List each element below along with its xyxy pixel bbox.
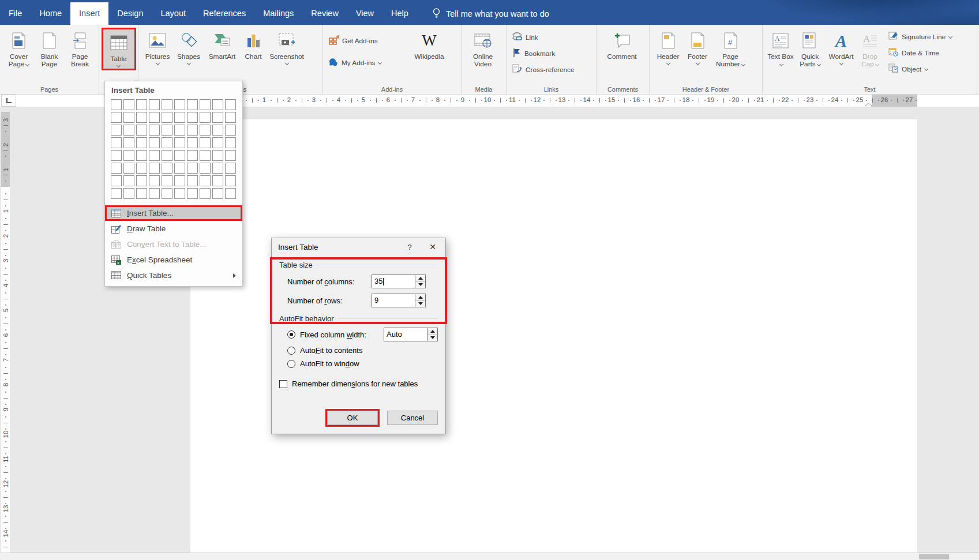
online-video-button[interactable]: Online Video bbox=[465, 27, 501, 68]
dialog-help-button[interactable]: ? bbox=[399, 243, 420, 251]
spin-down-icon[interactable] bbox=[415, 301, 425, 307]
table-grid-cell[interactable] bbox=[212, 175, 223, 186]
quick-parts-button[interactable]: Quick Parts bbox=[795, 27, 825, 68]
table-grid-cell[interactable] bbox=[136, 137, 147, 148]
table-grid-cell[interactable] bbox=[111, 188, 122, 199]
table-grid-cell[interactable] bbox=[225, 163, 236, 174]
table-grid-cell[interactable] bbox=[136, 150, 147, 161]
table-grid-cell[interactable] bbox=[162, 99, 172, 110]
table-grid-cell[interactable] bbox=[200, 150, 211, 161]
menu-item-draw-table[interactable]: Draw Table bbox=[105, 221, 242, 236]
tab-references[interactable]: References bbox=[194, 2, 254, 25]
table-button[interactable]: Table bbox=[103, 29, 134, 69]
cross-reference-button[interactable]: Cross-reference bbox=[510, 63, 577, 76]
menu-item-insert-table[interactable]: Insert Table... bbox=[105, 205, 242, 221]
table-grid-cell[interactable] bbox=[136, 175, 147, 186]
table-grid-cell[interactable] bbox=[123, 188, 134, 199]
object-button[interactable]: Object bbox=[886, 62, 954, 76]
spin-up-icon[interactable] bbox=[427, 328, 437, 335]
tab-review[interactable]: Review bbox=[302, 2, 347, 25]
wordart-button[interactable]: A WordArt bbox=[825, 27, 857, 65]
table-grid-cell[interactable] bbox=[225, 112, 236, 123]
table-grid-cell[interactable] bbox=[162, 163, 172, 174]
rows-spinner[interactable] bbox=[415, 294, 426, 307]
table-grid-cell[interactable] bbox=[200, 175, 211, 186]
table-grid-cell[interactable] bbox=[187, 175, 198, 186]
table-grid-cell[interactable] bbox=[136, 112, 147, 123]
tab-layout[interactable]: Layout bbox=[152, 2, 194, 25]
spin-up-icon[interactable] bbox=[415, 294, 425, 301]
tab-file[interactable]: File bbox=[0, 2, 31, 25]
tab-design[interactable]: Design bbox=[108, 2, 152, 25]
get-addins-button[interactable]: Get Add-ins bbox=[327, 34, 408, 47]
table-grid-cell[interactable] bbox=[212, 188, 223, 199]
table-grid-cell[interactable] bbox=[174, 163, 185, 174]
horizontal-scrollbar[interactable] bbox=[0, 553, 979, 560]
spin-down-icon[interactable] bbox=[415, 282, 425, 288]
cover-page-button[interactable]: Cover Page bbox=[3, 27, 34, 68]
wikipedia-button[interactable]: W Wikipedia bbox=[408, 27, 450, 61]
page-number-button[interactable]: # Page Number bbox=[712, 27, 749, 68]
table-grid-cell[interactable] bbox=[212, 137, 223, 148]
table-grid-cell[interactable] bbox=[225, 150, 236, 161]
table-grid-cell[interactable] bbox=[123, 99, 134, 110]
tab-stop-selector[interactable] bbox=[1, 95, 16, 107]
table-grid[interactable] bbox=[105, 99, 242, 205]
table-grid-cell[interactable] bbox=[200, 163, 211, 174]
table-grid-cell[interactable] bbox=[123, 163, 134, 174]
table-grid-cell[interactable] bbox=[123, 175, 134, 186]
table-grid-cell[interactable] bbox=[149, 150, 160, 161]
table-grid-cell[interactable] bbox=[212, 112, 223, 123]
table-grid-cell[interactable] bbox=[200, 112, 211, 123]
table-grid-cell[interactable] bbox=[200, 188, 211, 199]
footer-button[interactable]: Footer bbox=[683, 27, 712, 65]
table-grid-cell[interactable] bbox=[212, 163, 223, 174]
tab-insert[interactable]: Insert bbox=[70, 2, 108, 25]
table-grid-cell[interactable] bbox=[162, 175, 172, 186]
table-grid-cell[interactable] bbox=[162, 137, 172, 148]
radio-icon[interactable] bbox=[287, 347, 295, 355]
link-button[interactable]: Link bbox=[510, 31, 577, 44]
text-box-button[interactable]: A Text Box bbox=[766, 27, 795, 68]
shapes-button[interactable]: Shapes bbox=[173, 27, 204, 65]
ok-button[interactable]: OK bbox=[327, 411, 378, 425]
spin-down-icon[interactable] bbox=[427, 335, 437, 341]
remember-dimensions-option[interactable]: Remember dimensions for new tables bbox=[279, 379, 438, 388]
my-addins-button[interactable]: My Add-ins bbox=[327, 56, 408, 69]
tab-view[interactable]: View bbox=[347, 2, 382, 25]
table-grid-cell[interactable] bbox=[162, 112, 172, 123]
table-grid-cell[interactable] bbox=[111, 150, 122, 161]
dialog-close-button[interactable]: ✕ bbox=[420, 238, 445, 255]
table-grid-cell[interactable] bbox=[174, 150, 185, 161]
header-button[interactable]: Header bbox=[653, 27, 683, 65]
radio-selected-icon[interactable] bbox=[287, 330, 295, 339]
scrollbar-thumb[interactable] bbox=[919, 554, 949, 559]
horizontal-ruler[interactable]: 1234567891011121314151617181920212223242… bbox=[190, 94, 917, 107]
checkbox-icon[interactable] bbox=[279, 380, 287, 388]
table-grid-cell[interactable] bbox=[200, 125, 211, 136]
table-grid-cell[interactable] bbox=[136, 163, 147, 174]
table-grid-cell[interactable] bbox=[149, 112, 160, 123]
table-grid-cell[interactable] bbox=[174, 125, 185, 136]
radio-icon[interactable] bbox=[287, 360, 295, 368]
table-grid-cell[interactable] bbox=[187, 137, 198, 148]
table-grid-cell[interactable] bbox=[187, 125, 198, 136]
table-grid-cell[interactable] bbox=[149, 188, 160, 199]
tab-help[interactable]: Help bbox=[382, 2, 417, 25]
table-grid-cell[interactable] bbox=[174, 175, 185, 186]
smartart-button[interactable]: SmartArt bbox=[204, 27, 240, 61]
table-grid-cell[interactable] bbox=[174, 112, 185, 123]
columns-spinner[interactable] bbox=[415, 275, 426, 288]
table-grid-cell[interactable] bbox=[187, 99, 198, 110]
table-grid-cell[interactable] bbox=[225, 125, 236, 136]
table-grid-cell[interactable] bbox=[200, 137, 211, 148]
fixed-width-spinner[interactable] bbox=[427, 328, 438, 341]
rows-input[interactable]: 9 bbox=[372, 294, 415, 307]
page-break-button[interactable]: Page Break bbox=[65, 27, 95, 68]
table-grid-cell[interactable] bbox=[136, 125, 147, 136]
table-grid-cell[interactable] bbox=[225, 175, 236, 186]
dialog-titlebar[interactable]: Insert Table ? ✕ bbox=[272, 238, 445, 255]
table-grid-cell[interactable] bbox=[123, 150, 134, 161]
table-grid-cell[interactable] bbox=[200, 99, 211, 110]
menu-item-excel-spreadsheet[interactable]: x Excel Spreadsheet bbox=[105, 252, 242, 268]
